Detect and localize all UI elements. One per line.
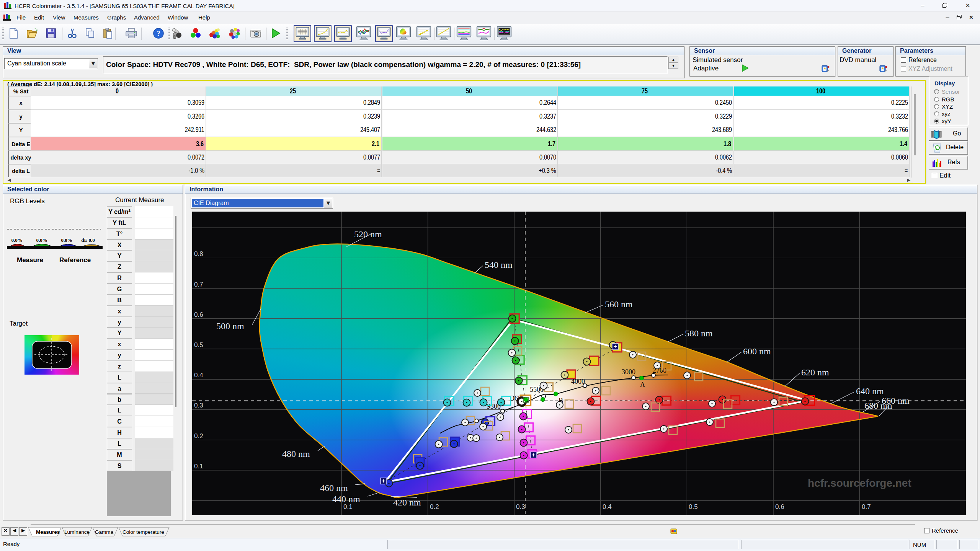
svg-text:620 nm: 620 nm: [801, 367, 829, 377]
svg-text:500 nm: 500 nm: [216, 321, 244, 331]
svg-text:580 nm: 580 nm: [685, 328, 713, 338]
svg-text:dE 0.0: dE 0.0: [81, 237, 95, 243]
svg-text:0.2: 0.2: [194, 432, 203, 440]
svg-text:0.0%: 0.0%: [11, 237, 22, 243]
svg-text:0.5: 0.5: [689, 503, 698, 510]
svg-text:0.0%: 0.0%: [61, 237, 72, 243]
svg-text:0.4: 0.4: [194, 372, 203, 379]
svg-text:?: ?: [157, 29, 160, 37]
svg-text:520 nm: 520 nm: [354, 229, 382, 239]
svg-text:0.3: 0.3: [516, 503, 525, 510]
svg-text:460 nm: 460 nm: [320, 483, 348, 493]
svg-text:600 nm: 600 nm: [743, 346, 771, 356]
svg-text:0.1: 0.1: [343, 503, 353, 510]
svg-text:0.6: 0.6: [194, 311, 203, 318]
svg-text:hcfr.sourceforge.net: hcfr.sourceforge.net: [808, 477, 911, 489]
svg-text:540 nm: 540 nm: [485, 260, 513, 270]
svg-text:0.7: 0.7: [862, 503, 871, 510]
svg-text:0.8: 0.8: [194, 250, 203, 258]
svg-text:0.1: 0.1: [194, 463, 203, 470]
svg-text:0.4: 0.4: [603, 503, 612, 510]
svg-text:0.5: 0.5: [194, 341, 203, 349]
svg-text:Measures: Measures: [36, 529, 60, 535]
svg-text:640 nm: 640 nm: [856, 386, 884, 396]
svg-text:0.7: 0.7: [194, 281, 203, 288]
svg-text:0.6: 0.6: [775, 503, 784, 510]
svg-text:440 nm: 440 nm: [332, 494, 360, 504]
svg-text:480 nm: 480 nm: [282, 449, 310, 459]
svg-text:A: A: [640, 381, 645, 388]
svg-text:420 nm: 420 nm: [393, 497, 421, 507]
svg-text:0.2: 0.2: [430, 503, 439, 510]
svg-text:0.3: 0.3: [194, 402, 203, 409]
svg-text:0.0%: 0.0%: [36, 237, 47, 243]
svg-text:3000: 3000: [622, 368, 635, 376]
svg-text:Gamma: Gamma: [95, 529, 114, 535]
svg-text:Luminance: Luminance: [64, 529, 90, 535]
svg-text:560 nm: 560 nm: [605, 299, 633, 309]
svg-text:680 nm: 680 nm: [864, 401, 892, 411]
svg-text:Color temperature: Color temperature: [122, 529, 164, 535]
